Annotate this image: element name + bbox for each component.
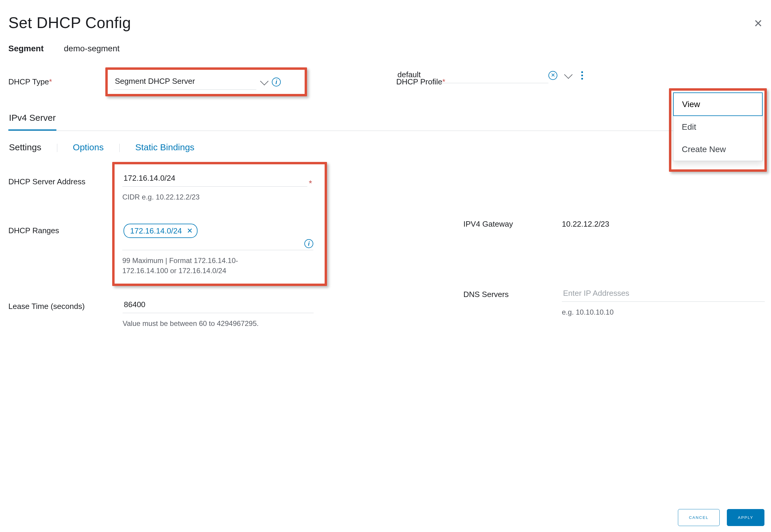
dhcp-type-select[interactable]: Segment DHCP Server i	[114, 74, 281, 90]
server-type-tabs: IPv4 Server	[8, 109, 763, 131]
range-chip-text: 172.16.14.0/24	[130, 225, 182, 236]
dhcp-type-value: Segment DHCP Server	[114, 74, 256, 90]
server-address-label: DHCP Server Address	[8, 173, 105, 187]
tab-ipv4-server[interactable]: IPv4 Server	[8, 109, 56, 131]
kebab-menu-icon[interactable]	[581, 71, 583, 80]
required-icon: *	[309, 177, 312, 189]
gateway-value: 10.22.12.2/23	[562, 216, 609, 229]
close-icon[interactable]: ✕	[754, 16, 763, 31]
required-icon: *	[49, 77, 52, 86]
gateway-label: IPV4 Gateway	[464, 216, 562, 229]
tab-static-bindings[interactable]: Static Bindings	[135, 141, 195, 154]
dhcp-config-dialog: ✕ Set DHCP Config Segment demo-segment D…	[0, 0, 771, 532]
tab-settings[interactable]: Settings	[8, 141, 42, 154]
menu-item-view[interactable]: View	[673, 92, 763, 116]
dns-servers-input[interactable]	[562, 286, 765, 302]
apply-button[interactable]: APPLY	[727, 509, 764, 526]
segment-label: Segment	[8, 44, 44, 53]
range-chip[interactable]: 172.16.14.0/24 ✕	[123, 224, 197, 238]
dialog-footer: CANCEL APPLY	[678, 509, 764, 526]
settings-tabs: Settings Options Static Bindings	[8, 141, 763, 154]
segment-value: demo-segment	[64, 44, 120, 53]
dialog-title: Set DHCP Config	[8, 12, 763, 34]
lease-time-input[interactable]	[123, 297, 313, 313]
dns-servers-label: DNS Servers	[464, 286, 562, 300]
lease-time-label: Lease Time (seconds)	[8, 297, 105, 312]
dhcp-ranges-label: DHCP Ranges	[8, 222, 105, 236]
clear-icon[interactable]: ✕	[549, 71, 557, 80]
highlight-dhcp-type: Segment DHCP Server i	[105, 67, 307, 96]
ranges-hint: 99 Maximum | Format 172.16.14.10-172.16.…	[122, 256, 259, 276]
segment-row: Segment demo-segment	[8, 43, 763, 54]
cancel-button[interactable]: CANCEL	[678, 509, 720, 526]
dhcp-type-label: DHCP Type*	[8, 76, 105, 87]
chevron-down-icon	[564, 70, 573, 79]
range-chip-container[interactable]: 172.16.14.0/24 ✕ i	[122, 218, 313, 250]
dhcp-profile-label: DHCP Profile*	[396, 76, 445, 87]
required-icon: *	[442, 77, 445, 86]
info-icon[interactable]: i	[272, 78, 281, 86]
info-icon[interactable]: i	[304, 239, 313, 248]
server-address-input[interactable]	[122, 171, 307, 187]
server-address-hint: CIDR e.g. 10.22.12.2/23	[122, 192, 316, 202]
tab-options[interactable]: Options	[72, 141, 104, 154]
chevron-down-icon	[260, 77, 268, 85]
remove-chip-icon[interactable]: ✕	[187, 226, 193, 236]
highlight-settings: * CIDR e.g. 10.22.12.2/23 172.16.14.0/24…	[112, 162, 327, 286]
menu-item-create-new[interactable]: Create New	[673, 138, 762, 160]
menu-item-edit[interactable]: Edit	[673, 116, 762, 138]
dns-servers-hint: e.g. 10.10.10.10	[562, 307, 765, 317]
lease-time-hint: Value must be between 60 to 4294967295.	[123, 318, 313, 329]
profile-actions-menu: View Edit Create New	[673, 92, 763, 161]
